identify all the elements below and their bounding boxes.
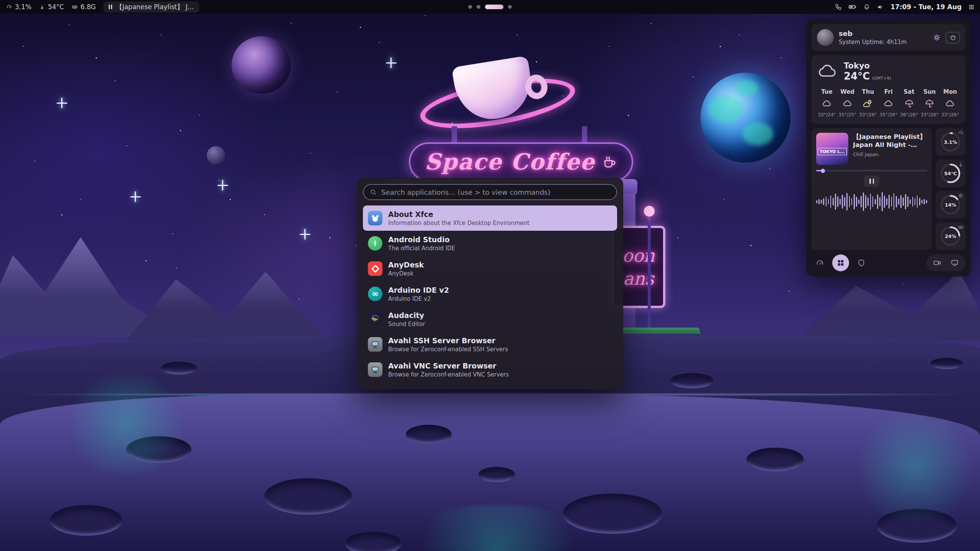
list-item-avahi-ssh[interactable]: Avahi SSH Server BrowserBrowse for Zeroc… bbox=[363, 332, 617, 357]
weather-icon bbox=[843, 99, 853, 109]
battery-icon[interactable] bbox=[848, 3, 857, 11]
weather-icon bbox=[822, 99, 832, 109]
power-icon bbox=[949, 34, 957, 41]
search-icon bbox=[370, 189, 377, 196]
forecast-day: Mon 33°/26° bbox=[940, 88, 960, 117]
forecast-day: Tue 33°/24° bbox=[817, 88, 837, 117]
track-title: 【Japanese Playlist】 Japan All Night - To… bbox=[853, 133, 927, 149]
bell-icon[interactable] bbox=[863, 3, 870, 10]
workspace-indicator bbox=[468, 0, 512, 14]
disk-gauge: 24% bbox=[936, 222, 965, 250]
temperature-value: 54°C bbox=[48, 3, 64, 11]
display-button[interactable] bbox=[947, 255, 962, 271]
now-playing-chip[interactable]: 【Japanese Playlist】 J... bbox=[103, 2, 199, 13]
track-artist: Chill Japan. bbox=[853, 152, 927, 157]
list-item-android-studio[interactable]: Android StudioThe official Android IDE bbox=[363, 231, 617, 256]
app-list: About XfceInformation about the Xfce Des… bbox=[363, 205, 617, 382]
arduino-icon: ∞ bbox=[368, 287, 382, 301]
crater bbox=[264, 478, 352, 515]
settings-button[interactable] bbox=[933, 33, 941, 42]
control-panel: seb System Uptime: 4h11m Tokyo 24°C (GMT… bbox=[806, 19, 971, 277]
display-icon bbox=[951, 259, 959, 267]
thermometer-icon bbox=[39, 4, 45, 10]
cpu-icon bbox=[958, 130, 964, 136]
power-button[interactable] bbox=[946, 32, 960, 44]
crater bbox=[479, 467, 515, 482]
monitor-icon bbox=[368, 362, 382, 377]
system-gauges: 3.1% 54°C 14% 24% bbox=[936, 128, 965, 250]
uptime: System Uptime: 4h11m bbox=[839, 39, 907, 46]
media-player-card: TOKYO L... 【Japanese Playlist】 Japan All… bbox=[812, 128, 932, 250]
list-item-anydesk[interactable]: AnyDeskAnyDesk bbox=[363, 256, 617, 281]
gear-icon bbox=[933, 33, 941, 42]
weather-icon bbox=[904, 99, 914, 109]
forecast-day: Fri 35°/26° bbox=[879, 88, 898, 117]
seek-bar[interactable] bbox=[816, 170, 927, 171]
mountains bbox=[796, 268, 980, 341]
sign-text: Space Coffee bbox=[425, 149, 595, 175]
speedometer-icon bbox=[816, 259, 824, 267]
weather-city: Tokyo bbox=[844, 61, 891, 70]
memory-icon bbox=[72, 4, 78, 10]
memory-gauge: 14% bbox=[936, 191, 965, 218]
crater bbox=[406, 425, 452, 444]
android-studio-icon bbox=[368, 236, 382, 251]
sparkle-star bbox=[61, 98, 62, 108]
workspace-dot-2[interactable] bbox=[477, 5, 480, 9]
forecast-day: Sat 36°/26° bbox=[899, 88, 919, 117]
cpu-value: 3.1% bbox=[15, 3, 31, 11]
volume-icon[interactable] bbox=[877, 3, 884, 11]
album-art: TOKYO L... bbox=[816, 133, 848, 165]
coffee-cup-icon bbox=[602, 154, 617, 170]
mountains bbox=[126, 264, 325, 341]
launcher-search[interactable] bbox=[363, 184, 617, 200]
list-item-audacity[interactable]: AudacitySound Editor bbox=[363, 306, 617, 332]
sparkle-star bbox=[222, 180, 223, 191]
shield-button[interactable] bbox=[853, 254, 870, 271]
list-item-arduino[interactable]: ∞ Arduino IDE v2Arduino IDE v2 bbox=[363, 281, 617, 306]
screen-record-button[interactable] bbox=[929, 255, 945, 271]
list-item-about-xfce[interactable]: About XfceInformation about the Xfce Des… bbox=[363, 205, 617, 231]
workspace-active-pill[interactable] bbox=[485, 5, 503, 9]
sparkle-star bbox=[390, 57, 392, 68]
weather-icon bbox=[884, 99, 893, 109]
crater bbox=[930, 358, 963, 369]
desktop: Space Coffee oon ans 3.1% 54°C bbox=[0, 0, 980, 551]
apps-button[interactable] bbox=[832, 254, 849, 271]
panel-buttons bbox=[812, 254, 965, 271]
workspace-dot-4[interactable] bbox=[508, 5, 512, 9]
teal-glow bbox=[46, 375, 207, 474]
temperature-gauge: 54°C bbox=[936, 160, 965, 187]
apps-grid-icon[interactable] bbox=[968, 4, 975, 10]
pause-button[interactable] bbox=[864, 176, 879, 187]
apps-grid-icon bbox=[836, 259, 845, 267]
cpu-indicator: 3.1% bbox=[6, 3, 31, 11]
username: seb bbox=[839, 29, 907, 37]
clock[interactable]: 17:09 - Tue, 19 Aug bbox=[890, 3, 962, 11]
phone-icon[interactable] bbox=[835, 3, 842, 11]
album-art-label: TOKYO L... bbox=[818, 148, 847, 155]
seek-knob[interactable] bbox=[821, 169, 825, 173]
weather-temp: 24°C bbox=[844, 70, 870, 82]
forecast-day: Wed 35°/25° bbox=[838, 88, 858, 117]
weather-icon bbox=[924, 99, 934, 109]
list-item-avahi-vnc[interactable]: Avahi VNC Server BrowserBrowse for Zeroc… bbox=[363, 357, 617, 382]
weather-icon bbox=[945, 99, 955, 109]
memory-indicator: 6.8G bbox=[72, 3, 96, 11]
cpu-gauge-icon bbox=[6, 4, 12, 10]
space-coffee-sign: Space Coffee bbox=[409, 142, 633, 181]
thermometer-icon bbox=[958, 161, 964, 167]
workspace-dot-1[interactable] bbox=[468, 5, 472, 9]
capture-buttons bbox=[926, 254, 965, 271]
crater bbox=[746, 448, 804, 471]
small-moon bbox=[207, 146, 225, 165]
top-bar: 3.1% 54°C 6.8G 【Japanese Playlist】 J... bbox=[0, 0, 980, 14]
forecast-day: Sun 33°/26° bbox=[920, 88, 939, 117]
crater bbox=[161, 362, 197, 375]
search-input[interactable] bbox=[381, 188, 610, 196]
earth-planet bbox=[701, 73, 791, 163]
sparkle-star bbox=[304, 229, 305, 240]
dashboard-button[interactable] bbox=[812, 254, 828, 271]
monitor-icon bbox=[368, 337, 382, 352]
audacity-icon bbox=[368, 312, 382, 326]
